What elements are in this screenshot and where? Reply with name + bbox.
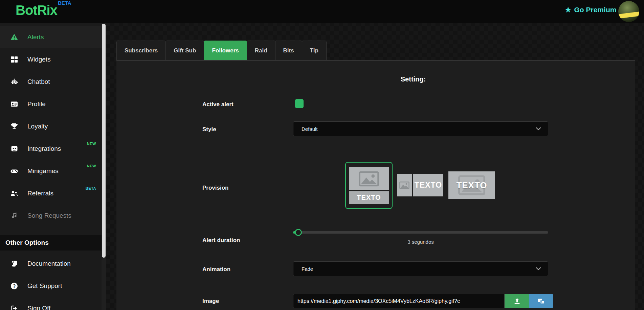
user-avatar[interactable] [618,1,639,22]
go-premium-label: Go Premium [574,6,617,14]
sidebar-item-label: Get Support [27,282,62,290]
alert-duration-slider-track[interactable] [293,231,548,234]
sidebar-item-label: Loyalty [27,123,48,130]
sidebar-item-loyalty[interactable]: Loyalty [0,115,102,138]
sidebar-item-label: Integrations [27,145,61,152]
active-alert-checkbox[interactable] [295,99,304,108]
alert-type-tabs: Subscribers Gift Sub Followers Raid Bits… [116,41,326,60]
followers-settings-panel: Setting: Active alert Style Default Prov… [116,60,635,310]
trophy-icon [9,122,19,130]
tab-subscribers[interactable]: Subscribers [116,41,166,60]
photo-video-icon [537,297,545,305]
provision-text-label: TEXTO [456,180,487,191]
sidebar-item-label: Alerts [27,33,44,41]
image-url-input[interactable] [293,294,505,308]
sidebar-item-chatbot[interactable]: Chatbot [0,71,102,93]
robot-icon [9,78,19,86]
sidebar-item-referrals[interactable]: Referrals BETA [0,182,102,205]
tab-tip[interactable]: Tip [302,41,327,60]
alert-duration-value: 3 segundos [293,239,548,245]
chevron-down-icon [536,127,541,130]
provision-option-image-top[interactable]: TEXTO [345,162,393,209]
animation-label: Animation [202,266,230,273]
beta-badge: BETA [86,186,96,190]
tab-raid[interactable]: Raid [247,41,275,60]
logo-beta-badge: BETA [58,0,71,6]
sign-out-icon [9,304,19,310]
provision-text-label: TEXTO [349,191,389,204]
avatar-ribbon [618,11,639,19]
scroll-icon [9,260,19,268]
style-select[interactable]: Default [293,121,548,136]
image-placeholder-icon [397,174,412,196]
chevron-down-icon [536,267,541,270]
svg-text:?: ? [13,283,16,289]
animation-select[interactable]: Fade [293,261,548,276]
sidebar-item-get-support[interactable]: ? Get Support [0,275,102,297]
style-label: Style [202,126,216,133]
question-circle-icon: ? [9,282,19,290]
media-gallery-button[interactable] [529,294,553,308]
logo-text: BotRix [16,3,57,18]
alert-duration-label: Alert duration [202,237,240,244]
sidebar-item-minigames[interactable]: Minigames NEW [0,160,102,182]
tab-followers[interactable]: Followers [204,41,247,60]
go-premium-button[interactable]: ★ Go Premium [564,6,616,14]
scrollbar-thumb[interactable] [102,24,106,258]
sidebar-item-label: Documentation [27,260,71,267]
grid-icon [9,55,19,64]
provision-label: Provision [202,185,228,191]
upload-icon [513,297,521,305]
sidebar: Alerts Widgets Chatbot Profile Loyalty I… [0,23,102,310]
upload-image-button[interactable] [505,294,529,308]
provision-option-image-left[interactable]: TEXTO [397,174,443,196]
sidebar-item-label: Chatbot [27,78,50,86]
image-placeholder-icon [349,167,389,190]
sidebar-item-profile[interactable]: Profile [0,93,102,115]
app-logo[interactable]: BotRixBETA [16,3,71,17]
sidebar-item-integrations[interactable]: Integrations NEW [0,138,102,160]
star-icon: ★ [564,6,572,14]
provision-option-text-over-image[interactable]: TEXTO [448,171,495,199]
sidebar-footer: Documentation ? Get Support Sign Off [0,251,102,310]
music-note-icon [9,212,19,220]
warning-triangle-icon [9,33,19,41]
settings-heading: Setting: [286,75,541,83]
sidebar-item-sign-off[interactable]: Sign Off [0,297,102,310]
animation-select-value: Fade [302,266,313,272]
new-badge: NEW [87,164,96,168]
sidebar-item-label: Minigames [27,167,59,175]
active-alert-label: Active alert [202,101,234,108]
sidebar-item-label: Sign Off [27,305,50,310]
image-label: Image [202,298,219,305]
users-icon [9,189,19,197]
new-badge: NEW [87,142,96,146]
gamepad-icon [9,167,19,175]
provision-text-label: TEXTO [413,174,443,196]
tab-bits[interactable]: Bits [275,41,302,60]
sidebar-scrollbar[interactable] [102,23,106,310]
top-navbar: BotRixBETA ★ Go Premium [0,0,644,23]
discord-icon [9,145,19,153]
id-card-icon [9,100,19,108]
sidebar-item-label: Referrals [27,190,53,197]
sidebar-item-label: Profile [27,100,46,108]
sidebar-section-header: Other Options [0,235,102,251]
sidebar-item-widgets[interactable]: Widgets [0,48,102,71]
style-select-value: Default [302,126,318,132]
tab-gift-sub[interactable]: Gift Sub [165,41,204,60]
sidebar-item-song-requests[interactable]: Song Requests [0,205,102,227]
sidebar-item-alerts[interactable]: Alerts [0,26,102,48]
sidebar-item-documentation[interactable]: Documentation [0,253,102,275]
sidebar-item-label: Song Requests [27,212,71,219]
sidebar-item-label: Widgets [27,56,51,63]
alert-duration-slider-thumb[interactable] [295,229,302,236]
